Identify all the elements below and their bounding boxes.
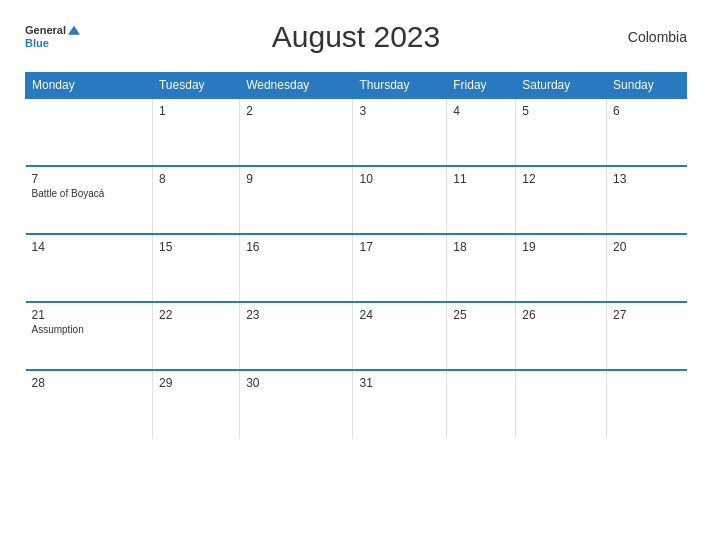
day-number: 28	[32, 376, 146, 390]
day-number: 9	[246, 172, 346, 186]
header-monday: Monday	[26, 73, 153, 99]
header-saturday: Saturday	[516, 73, 607, 99]
table-row	[26, 98, 153, 166]
header-sunday: Sunday	[607, 73, 687, 99]
logo-general-text: General	[25, 24, 66, 37]
table-row: 13	[607, 166, 687, 234]
table-row: 18	[447, 234, 516, 302]
table-row: 24	[353, 302, 447, 370]
logo-triangle-icon	[68, 26, 80, 35]
table-row: 1	[152, 98, 239, 166]
day-number: 15	[159, 240, 233, 254]
day-number: 27	[613, 308, 680, 322]
logo: General Blue	[25, 24, 80, 50]
day-number: 13	[613, 172, 680, 186]
table-row: 9	[240, 166, 353, 234]
table-row: 27	[607, 302, 687, 370]
day-number: 2	[246, 104, 346, 118]
day-event: Assumption	[32, 324, 146, 335]
table-row: 28	[26, 370, 153, 438]
header-friday: Friday	[447, 73, 516, 99]
table-row: 4	[447, 98, 516, 166]
day-number: 26	[522, 308, 600, 322]
day-number: 10	[359, 172, 440, 186]
calendar-week-row: 21Assumption222324252627	[26, 302, 687, 370]
table-row: 31	[353, 370, 447, 438]
table-row: 26	[516, 302, 607, 370]
table-row: 10	[353, 166, 447, 234]
table-row: 21Assumption	[26, 302, 153, 370]
table-row: 15	[152, 234, 239, 302]
day-number: 21	[32, 308, 146, 322]
day-number: 5	[522, 104, 600, 118]
weekday-header-row: Monday Tuesday Wednesday Thursday Friday…	[26, 73, 687, 99]
table-row: 11	[447, 166, 516, 234]
table-row: 19	[516, 234, 607, 302]
header-thursday: Thursday	[353, 73, 447, 99]
table-row: 30	[240, 370, 353, 438]
table-row: 22	[152, 302, 239, 370]
day-number: 7	[32, 172, 146, 186]
day-number: 17	[359, 240, 440, 254]
day-number: 16	[246, 240, 346, 254]
calendar-week-row: 7Battle of Boyacá8910111213	[26, 166, 687, 234]
logo-blue-text: Blue	[25, 37, 80, 50]
day-number: 29	[159, 376, 233, 390]
day-number: 19	[522, 240, 600, 254]
calendar-week-row: 123456	[26, 98, 687, 166]
day-number: 30	[246, 376, 346, 390]
table-row: 20	[607, 234, 687, 302]
day-number: 31	[359, 376, 440, 390]
day-number: 6	[613, 104, 680, 118]
day-number: 14	[32, 240, 146, 254]
calendar-week-row: 14151617181920	[26, 234, 687, 302]
calendar-week-row: 28293031	[26, 370, 687, 438]
day-number: 22	[159, 308, 233, 322]
calendar-table: Monday Tuesday Wednesday Thursday Friday…	[25, 72, 687, 438]
table-row: 25	[447, 302, 516, 370]
table-row: 14	[26, 234, 153, 302]
day-number: 4	[453, 104, 509, 118]
country-label: Colombia	[628, 29, 687, 45]
day-number: 3	[359, 104, 440, 118]
day-number: 11	[453, 172, 509, 186]
day-number: 18	[453, 240, 509, 254]
table-row: 3	[353, 98, 447, 166]
header-wednesday: Wednesday	[240, 73, 353, 99]
table-row: 6	[607, 98, 687, 166]
table-row: 29	[152, 370, 239, 438]
table-row: 8	[152, 166, 239, 234]
table-row	[607, 370, 687, 438]
day-event: Battle of Boyacá	[32, 188, 146, 199]
header-tuesday: Tuesday	[152, 73, 239, 99]
calendar-container: General Blue August 2023 Colombia Monday…	[0, 0, 712, 550]
day-number: 1	[159, 104, 233, 118]
table-row	[447, 370, 516, 438]
day-number: 12	[522, 172, 600, 186]
day-number: 8	[159, 172, 233, 186]
table-row: 17	[353, 234, 447, 302]
day-number: 20	[613, 240, 680, 254]
table-row: 2	[240, 98, 353, 166]
table-row: 16	[240, 234, 353, 302]
calendar-title: August 2023	[272, 20, 440, 54]
day-number: 25	[453, 308, 509, 322]
calendar-header: General Blue August 2023 Colombia	[25, 20, 687, 54]
table-row: 5	[516, 98, 607, 166]
table-row: 7Battle of Boyacá	[26, 166, 153, 234]
table-row: 23	[240, 302, 353, 370]
table-row: 12	[516, 166, 607, 234]
day-number: 24	[359, 308, 440, 322]
table-row	[516, 370, 607, 438]
day-number: 23	[246, 308, 346, 322]
